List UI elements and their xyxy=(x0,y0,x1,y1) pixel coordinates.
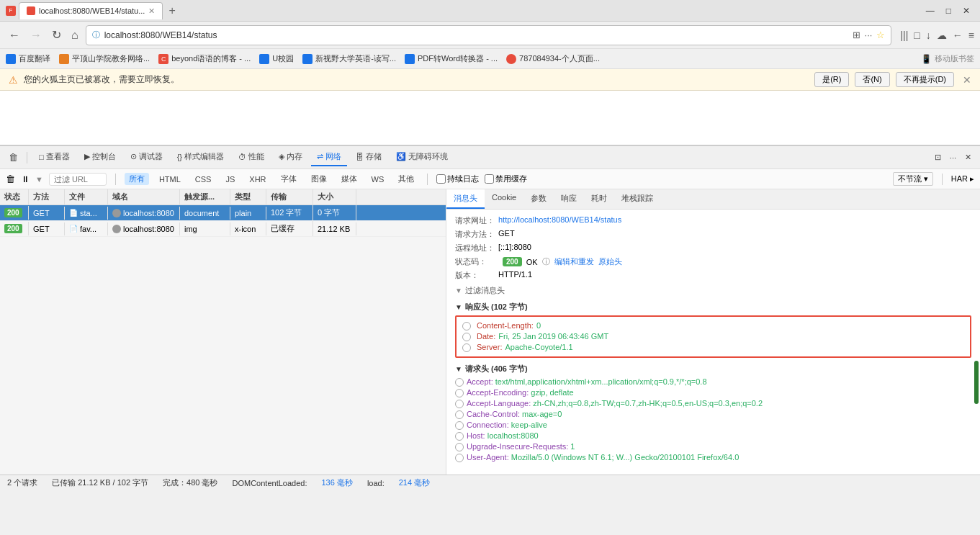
bookmark-item-0[interactable]: 百度翻译 xyxy=(6,53,50,64)
har-button[interactable]: HAR ▸ xyxy=(951,174,974,184)
bookmark-icon-5 xyxy=(405,54,415,64)
load-time[interactable]: 214 毫秒 xyxy=(399,477,430,488)
filter-xhr-button[interactable]: XHR xyxy=(245,174,270,184)
filter-other-button[interactable]: 其他 xyxy=(394,173,418,185)
forward-button[interactable]: → xyxy=(27,27,45,43)
edit-resend-link[interactable]: 编辑和重发 xyxy=(554,256,594,267)
devtools-more-button[interactable]: ··· xyxy=(947,152,959,163)
rh-circle-1 xyxy=(462,333,471,341)
detail-tab-headers[interactable]: 消息头 xyxy=(446,189,485,209)
back-button[interactable]: ← xyxy=(6,27,23,43)
size-0: 0 字节 xyxy=(313,205,356,220)
detail-tab-params[interactable]: 参数 xyxy=(523,189,554,209)
devtools-tab-memory[interactable]: ◈ 内存 xyxy=(273,148,308,166)
detail-tab-stacktrace[interactable]: 堆栈跟踪 xyxy=(614,189,660,209)
chat-icon[interactable]: ☁ xyxy=(937,30,947,41)
persist-log-checkbox-label[interactable]: 持续日志 xyxy=(436,174,479,184)
file-icon-0: 📄 xyxy=(69,209,78,217)
filter-url-input[interactable] xyxy=(49,173,107,186)
new-tab-button[interactable]: + xyxy=(166,4,178,17)
type-0: plain xyxy=(230,207,266,220)
rqh-key-0: Accept: xyxy=(467,377,493,386)
detail-tab-cookies[interactable]: Cookie xyxy=(485,189,523,209)
devtools-tab-network[interactable]: ⇌ 网络 xyxy=(311,148,347,166)
devtools-tab-debugger[interactable]: ⊙ 调试器 xyxy=(125,148,168,166)
bookmark-item-3[interactable]: U校园 xyxy=(259,53,294,64)
bookmark-icon-0 xyxy=(6,54,16,64)
address-bar[interactable]: ⓘ localhost:8080/WEB14/status ⊞ ··· ☆ xyxy=(86,25,892,45)
disable-cache-checkbox-label[interactable]: 禁用缓存 xyxy=(485,174,527,184)
request-url-value[interactable]: http://localhost:8080/WEB14/status xyxy=(498,215,621,226)
devtools-tab-inspector[interactable]: □ 查看器 xyxy=(33,148,76,166)
tab-favicon xyxy=(27,6,35,15)
detail-tab-response[interactable]: 响应 xyxy=(554,189,584,209)
refresh-button[interactable]: ↻ xyxy=(49,27,64,43)
devtools-close-button[interactable]: ✕ xyxy=(962,151,974,163)
history-icon[interactable]: ← xyxy=(953,30,963,41)
notification-yes-button[interactable]: 是(R) xyxy=(814,72,849,87)
bookmark-item-4[interactable]: 新视野大学英语-读写... xyxy=(302,53,396,64)
request-arrow-icon: ▼ xyxy=(455,365,462,373)
rh-value-2: Apache-Coyote/1.1 xyxy=(505,343,572,352)
bookmark-icon-4 xyxy=(302,54,313,64)
bookmark-star-icon[interactable]: ☆ xyxy=(876,30,885,40)
filter-css-button[interactable]: CSS xyxy=(191,174,216,184)
bookmark-item-2[interactable]: C beyond语语的博客 - ... xyxy=(158,53,251,64)
more-icon: ··· xyxy=(865,30,873,40)
menu-icon[interactable]: ≡ xyxy=(968,30,974,41)
dom-time[interactable]: 136 毫秒 xyxy=(321,477,352,488)
accessibility-icon: ♿ xyxy=(396,152,406,161)
request-headers-section: ▼ 请求头 (406 字节) Accept: text/html,applica… xyxy=(455,364,971,462)
devtools-tab-console[interactable]: ▶ 控制台 xyxy=(78,148,122,166)
original-head-link[interactable]: 原始头 xyxy=(598,256,622,267)
bookmark-item-1[interactable]: 平顶山学院教务网络... xyxy=(59,53,150,64)
detail-tab-timing[interactable]: 耗时 xyxy=(584,189,614,209)
filter-js-button[interactable]: JS xyxy=(221,174,239,184)
network-pause-button[interactable]: ⏸ xyxy=(21,174,30,184)
tab-close-icon[interactable]: ✕ xyxy=(148,6,155,16)
persist-log-checkbox[interactable] xyxy=(436,174,446,184)
filter-html-button[interactable]: HTML xyxy=(155,174,185,184)
bookmark-item-6[interactable]: 787084934-个人页面... xyxy=(506,53,600,64)
rqh-circle-7 xyxy=(455,454,464,462)
devtools-tab-performance[interactable]: ⏱ 性能 xyxy=(233,148,270,166)
http-version-label: 版本： xyxy=(455,270,498,281)
file-icon-1: 📄 xyxy=(69,225,78,233)
devtools-clear-button[interactable]: 🗑 xyxy=(6,150,21,164)
window-close-button[interactable]: ✕ xyxy=(958,4,974,17)
bookmark-mobile[interactable]: 📱 移动版书签 xyxy=(921,53,974,64)
response-header-1: Date: Fri, 25 Jan 2019 06:43:46 GMT xyxy=(462,332,964,341)
filter-ws-button[interactable]: WS xyxy=(367,174,389,184)
devtools-tab-storage[interactable]: 🗄 存储 xyxy=(350,148,387,166)
bookmark-item-5[interactable]: PDF转Word转换器 - ... xyxy=(405,53,498,64)
window-minimize-button[interactable]: — xyxy=(922,4,939,17)
filter-all-button[interactable]: 所有 xyxy=(125,173,149,185)
filter-font-button[interactable]: 字体 xyxy=(277,173,301,185)
devtools-tab-style[interactable]: {} 样式编辑器 xyxy=(171,148,230,166)
tab-active[interactable]: localhost:8080/WEB14/statu... ✕ xyxy=(19,2,163,19)
home-button[interactable]: ⌂ xyxy=(68,27,81,43)
devtools-tab-accessibility[interactable]: ♿ 无障碍环境 xyxy=(390,148,454,166)
devtools-dock-button[interactable]: ⊡ xyxy=(932,151,944,163)
sync-icon[interactable]: ↓ xyxy=(926,30,931,41)
disable-cache-checkbox[interactable] xyxy=(485,174,494,184)
notification-never-button[interactable]: 不再提示(D) xyxy=(896,72,954,87)
toolbar-right: ||| □ ↓ ☁ ← ≡ xyxy=(900,30,974,41)
sidebar-icon[interactable]: ||| xyxy=(900,30,908,41)
filter-media-button[interactable]: 媒体 xyxy=(337,173,361,185)
filter-arrow: ▼ xyxy=(455,287,462,295)
notification-no-button[interactable]: 否(N) xyxy=(855,72,889,87)
network-clear-button[interactable]: 🗑 xyxy=(6,174,15,184)
filter-image-button[interactable]: 图像 xyxy=(307,173,331,185)
response-headers-title[interactable]: ▼ 响应头 (102 字节) xyxy=(455,302,971,313)
throttle-select[interactable]: 不节流 ▾ xyxy=(893,172,933,186)
request-row-0[interactable]: 200 GET 📄 sta... localhost:8080 document… xyxy=(0,205,446,221)
separator-har xyxy=(942,174,943,185)
request-row-1[interactable]: 200 GET 📄 fav... localhost:8080 img x-ic… xyxy=(0,221,446,237)
rqh-2: Accept-Language: zh-CN,zh;q=0.8,zh-TW;q=… xyxy=(455,399,971,408)
window-maximize-button[interactable]: □ xyxy=(942,4,956,17)
request-headers-title[interactable]: ▼ 请求头 (406 字节) xyxy=(455,364,971,374)
rqh-key-3: Cache-Control: xyxy=(467,410,520,418)
notification-close-icon[interactable]: ✕ xyxy=(963,74,971,86)
tab-icon[interactable]: □ xyxy=(914,30,920,41)
